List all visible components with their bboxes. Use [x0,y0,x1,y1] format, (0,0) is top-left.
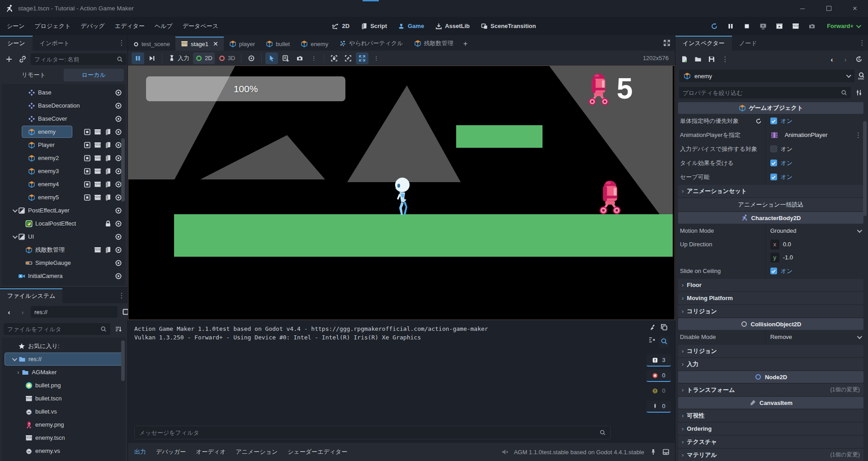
tab-inspector[interactable]: インスペクター [675,36,732,51]
section-characterbody2d[interactable]: CharacterBody2D [678,212,863,224]
visibility-eye-icon[interactable] [115,246,122,254]
open-scene-icon[interactable] [94,194,101,201]
filesystem-menu-icon[interactable]: ⋮ [117,292,127,300]
remote-debug-button[interactable] [755,19,771,33]
category-transform[interactable]: ›トランスフォーム(1個の変更) [678,384,863,396]
mute-speaker-icon[interactable] [501,448,509,456]
scene-tab-stage1[interactable]: stage1✕ [175,37,224,51]
open-scene-icon[interactable] [94,168,101,175]
file-row-res-root[interactable]: res:// [5,353,123,366]
input-mode-button[interactable]: 入力 [166,52,192,64]
tab-import[interactable]: インポート [33,36,77,51]
message-filter-field[interactable] [134,426,611,439]
scene-tree-scrollbar[interactable] [121,138,125,202]
expand-chevron-icon[interactable]: › [17,369,19,376]
bottom-tab-animation[interactable]: アニメーション [236,448,278,456]
workspace-game[interactable]: Game [393,20,429,32]
scene-tab-particle[interactable]: やられパーティクル [334,36,408,51]
workspace-scenetransition[interactable]: SceneTransition [476,20,540,32]
view-3d-button[interactable]: 3D [216,52,238,64]
history-button[interactable] [854,54,864,65]
output-search-button[interactable] [659,336,669,348]
movie-maker-button[interactable] [804,19,820,33]
scene-tab-test-scene[interactable]: test_scene [128,37,175,51]
script-icon[interactable] [104,194,112,201]
open-scene-icon[interactable] [94,181,101,188]
editable-children-icon[interactable] [84,128,91,136]
editable-children-icon[interactable] [84,181,91,188]
script-icon[interactable] [104,181,112,188]
disable-mode-dropdown[interactable]: Remove [765,330,863,344]
game-viewport[interactable]: 100% 5 [128,66,675,320]
scene-filter-input[interactable] [34,56,114,63]
bottom-tab-output[interactable]: 出力 [134,448,146,456]
inspector-menu-icon[interactable]: ⋮ [857,39,867,47]
checkbox-unchecked[interactable] [770,146,777,152]
load-resource-button[interactable] [693,54,703,65]
copy-output-button[interactable] [660,324,668,332]
scene-node-ui[interactable]: UI [2,230,126,243]
pin-bottom-panel-icon[interactable] [650,448,657,456]
visibility-eye-icon[interactable] [115,115,122,122]
pause-scene-button[interactable] [723,19,738,33]
category-floor[interactable]: ›Floor [678,279,863,291]
checkbox-checked[interactable] [770,118,777,124]
tab-node[interactable]: ノード [732,36,764,51]
section-node2d[interactable]: Node2D [678,371,863,383]
category-ordering[interactable]: ›Ordering [678,423,863,435]
edited-object-selector[interactable]: enemy [679,70,854,82]
category-visibility[interactable]: ›可視性 [678,409,863,422]
history-forward-button[interactable]: › [840,54,851,65]
category-moving-platform[interactable]: ›Moving Platform [678,292,863,304]
bottom-tab-shader-editor[interactable]: シェーダーエディター [288,448,347,456]
select-mode-button[interactable] [265,52,278,64]
play-custom-scene-button[interactable] [788,19,803,33]
lock-frame-button[interactable] [328,52,340,64]
scene-node-enemy4[interactable]: enemy4 [2,178,126,191]
category-texture[interactable]: ›テクスチャ [678,436,863,448]
visibility-eye-icon[interactable] [115,102,122,109]
menu-help[interactable]: ヘルプ [150,17,178,35]
history-back-button[interactable]: ‹ [826,54,837,65]
batch-load-animations-button[interactable]: アニメーション一括読込 [678,198,863,211]
tab-scene[interactable]: シーン [0,36,33,51]
file-row-enemy-vs[interactable]: enemy.vs [2,444,126,457]
renderer-selector[interactable]: Forward+ [821,23,864,29]
category-material[interactable]: ›マテリアル(1個の変更) [678,449,863,461]
menu-scene[interactable]: シーン [2,17,30,35]
section-collisionobject2d[interactable]: CollisionObject2D [678,318,863,330]
scene-node-enemy-selected[interactable]: enemy [2,125,126,138]
scene-node-enemy5[interactable]: enemy5 [2,191,126,204]
add-node-button[interactable] [4,54,14,65]
minimize-button[interactable]: ─ [789,0,816,17]
maximize-button[interactable] [816,0,842,17]
scene-tab-enemy[interactable]: enemy [295,37,334,51]
file-filter-input[interactable] [7,326,98,333]
menu-project[interactable]: プロジェクト [30,17,76,35]
selection-menu-icon[interactable]: ⋮ [307,52,320,64]
new-resource-button[interactable] [679,54,690,65]
scene-node-localposteffect[interactable]: LocalPostEffect [2,217,126,230]
animationplayer-value[interactable]: AnimationPlayer [782,132,851,138]
category-collision2[interactable]: ›コリジョン [678,345,863,357]
expand-editor-icon[interactable] [663,39,670,48]
play-movie-button[interactable] [772,19,787,33]
close-tab-icon[interactable]: ✕ [213,40,218,47]
open-scene-icon[interactable] [94,246,101,254]
file-row-enemy-tscn[interactable]: enemy.tscn [2,431,126,444]
property-filter-input[interactable] [683,89,838,96]
file-row-bullet-vs[interactable]: bullet.vs [2,405,126,418]
nav-forward-button[interactable]: › [17,306,28,317]
scene-node-initialcamera[interactable]: InitialCamera [2,269,126,282]
scene-tab-enemy-count[interactable]: 残敵数管理 [409,36,459,51]
scene-dock-menu-icon[interactable]: ⋮ [117,39,127,47]
file-row-bullet-tscn[interactable]: bullet.tscn [2,392,126,405]
scene-node-basedecoration[interactable]: BaseDecoration [2,99,126,112]
scene-node-enemy3[interactable]: enemy3 [2,165,126,178]
path-input[interactable] [34,309,114,315]
motion-mode-dropdown[interactable]: Grounded [765,224,863,238]
checkbox-checked[interactable] [770,160,777,166]
path-field[interactable] [31,306,118,318]
open-scene-icon[interactable] [94,128,101,136]
stop-button[interactable] [739,19,755,33]
